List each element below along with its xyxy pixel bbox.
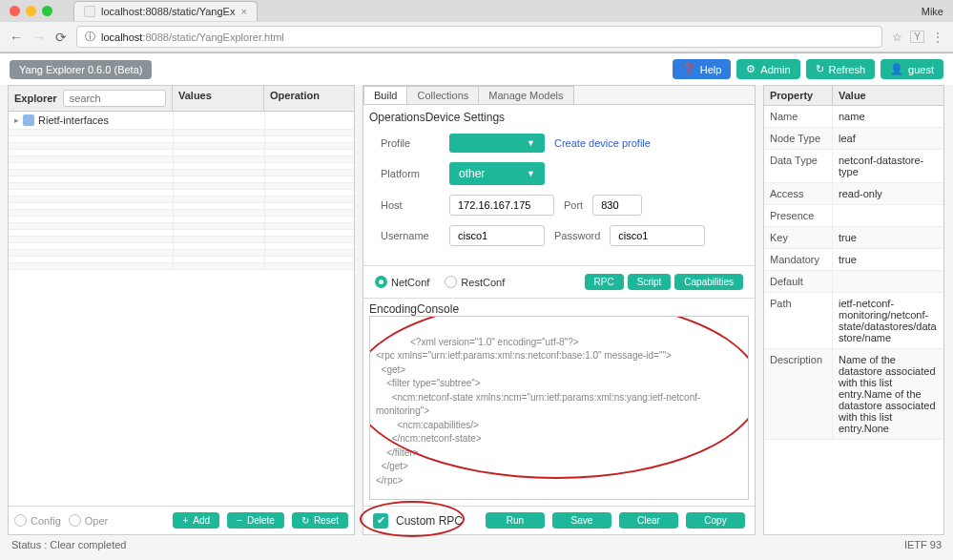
value-heading: Value <box>833 86 943 105</box>
property-value: true <box>833 227 943 248</box>
chevron-down-icon: ▼ <box>527 169 535 178</box>
property-row: Namename <box>764 106 943 128</box>
tab-manage-models[interactable]: Manage Models <box>478 86 573 104</box>
netconf-radio[interactable]: NetConf <box>375 276 429 288</box>
copy-button[interactable]: Copy <box>686 512 745 529</box>
host-input[interactable] <box>449 195 554 216</box>
chevron-down-icon: ▼ <box>527 138 535 148</box>
host-label: Host <box>381 199 440 211</box>
main-tabs: Build Collections Manage Models <box>363 86 755 105</box>
password-input[interactable] <box>610 225 705 246</box>
tab-build[interactable]: Build <box>363 86 407 104</box>
property-value <box>833 271 943 292</box>
user-icon: 👤 <box>890 63 903 75</box>
property-value: Name of the datastore associated with th… <box>833 349 943 439</box>
port-label: Port <box>564 199 583 211</box>
property-name: Description <box>764 349 833 439</box>
username-input[interactable] <box>449 225 545 246</box>
property-name: Node Type <box>764 128 833 149</box>
add-button[interactable]: +Add <box>173 512 219 529</box>
platform-select[interactable]: other▼ <box>449 162 545 185</box>
oper-radio[interactable]: Oper <box>69 514 108 527</box>
property-value <box>833 205 943 226</box>
address-bar: ← → ⟳ ⓘ localhost:8088/static/YangExplor… <box>0 22 953 52</box>
rpc-xml: <?xml version="1.0" encoding="utf-8"?> <… <box>376 337 700 486</box>
site-info-icon[interactable]: ⓘ <box>85 30 95 44</box>
minus-icon: − <box>237 515 242 526</box>
extension-icon[interactable]: Y <box>910 31 924 43</box>
minimize-window-icon[interactable] <box>26 6 36 16</box>
back-button[interactable]: ← <box>10 30 23 45</box>
subtab-operations[interactable]: Operations <box>369 111 425 124</box>
restconf-radio[interactable]: RestConf <box>445 276 505 288</box>
url-host: localhost <box>101 31 142 43</box>
create-profile-link[interactable]: Create device profile <box>554 137 651 149</box>
config-radio[interactable]: Config <box>14 514 61 527</box>
property-row: Pathietf-netconf-monitoring/netconf-stat… <box>764 293 943 349</box>
profile-name[interactable]: Mike <box>922 6 943 17</box>
password-label: Password <box>554 230 600 241</box>
admin-button[interactable]: ⚙Admin <box>736 59 799 79</box>
window-controls[interactable] <box>0 0 62 22</box>
browser-tab[interactable]: localhost:8088/static/YangEx × <box>73 1 258 21</box>
rpc-editor[interactable]: <?xml version="1.0" encoding="utf-8"?> <… <box>369 316 749 500</box>
operation-heading: Operation <box>264 86 354 111</box>
save-button[interactable]: Save <box>552 512 611 529</box>
property-row: Data Typenetconf-datastore-type <box>764 150 943 183</box>
custom-rpc-label: Custom RPC <box>396 514 463 528</box>
guest-button[interactable]: 👤guest <box>880 59 943 79</box>
property-value: read-only <box>833 183 943 204</box>
username-label: Username <box>381 230 440 241</box>
port-input[interactable] <box>592 195 642 216</box>
property-name: Data Type <box>764 150 833 182</box>
refresh-icon: ↻ <box>816 63 824 75</box>
reload-button[interactable]: ⟳ <box>55 30 67 45</box>
plus-icon: + <box>182 515 188 526</box>
profile-select[interactable]: ▼ <box>449 134 545 153</box>
capabilities-button[interactable]: Capabilities <box>674 274 743 290</box>
property-panel: Property Value NamenameNode TypeleafData… <box>763 85 944 535</box>
run-button[interactable]: Run <box>486 512 545 529</box>
url-field[interactable]: ⓘ localhost:8088/static/YangExplorer.htm… <box>76 26 882 48</box>
property-row: Default <box>764 271 943 293</box>
maximize-window-icon[interactable] <box>42 6 52 16</box>
profile-label: Profile <box>381 137 440 149</box>
bookmark-icon[interactable]: ☆ <box>892 31 902 44</box>
property-value: true <box>833 249 943 270</box>
device-settings-form: Profile ▼ Create device profile Platform… <box>363 124 755 266</box>
rpc-button[interactable]: RPC <box>585 274 624 290</box>
property-row: Presence <box>764 205 943 227</box>
explorer-panel: Explorer Values Operation ▸Rietf-interfa… <box>8 85 355 535</box>
forward-button[interactable]: → <box>32 30 46 45</box>
tree-node-label: Rietf-interfaces <box>38 114 109 126</box>
tab-console[interactable]: Console <box>417 302 459 316</box>
search-input[interactable] <box>63 90 166 107</box>
property-name: Key <box>764 227 833 248</box>
module-icon <box>23 114 34 126</box>
tree-row[interactable]: ▸Rietf-interfaces <box>9 112 354 130</box>
tab-close-icon[interactable]: × <box>240 6 246 17</box>
custom-rpc-checkbox[interactable]: ✔ <box>373 513 388 529</box>
menu-icon[interactable]: ⋮ <box>932 31 943 44</box>
sub-tabs: Operations Device Settings <box>363 105 755 124</box>
build-panel: Build Collections Manage Models Operatio… <box>363 85 756 535</box>
url-port: :8088 <box>142 31 169 43</box>
status-text: Status : Clear completed <box>11 539 126 550</box>
delete-button[interactable]: −Delete <box>227 512 284 529</box>
tab-encoding[interactable]: Encoding <box>369 302 417 316</box>
refresh-button[interactable]: ↻Refresh <box>806 59 876 79</box>
help-button[interactable]: ❓Help <box>673 59 732 79</box>
caret-right-icon[interactable]: ▸ <box>14 115 19 125</box>
close-window-icon[interactable] <box>10 6 20 16</box>
script-button[interactable]: Script <box>628 274 672 290</box>
subtab-device-settings[interactable]: Device Settings <box>425 111 505 124</box>
property-row: Accessread-only <box>764 183 943 205</box>
tree-body: ▸Rietf-interfaces <box>9 112 354 506</box>
status-right: IETF 93 <box>904 539 942 550</box>
clear-button[interactable]: Clear <box>619 512 678 529</box>
reset-icon: ↻ <box>301 515 309 526</box>
tab-title: localhost:8088/static/YangEx <box>101 6 235 17</box>
values-heading: Values <box>173 86 264 111</box>
reset-button[interactable]: ↻Reset <box>292 512 348 529</box>
tab-collections[interactable]: Collections <box>406 86 479 104</box>
